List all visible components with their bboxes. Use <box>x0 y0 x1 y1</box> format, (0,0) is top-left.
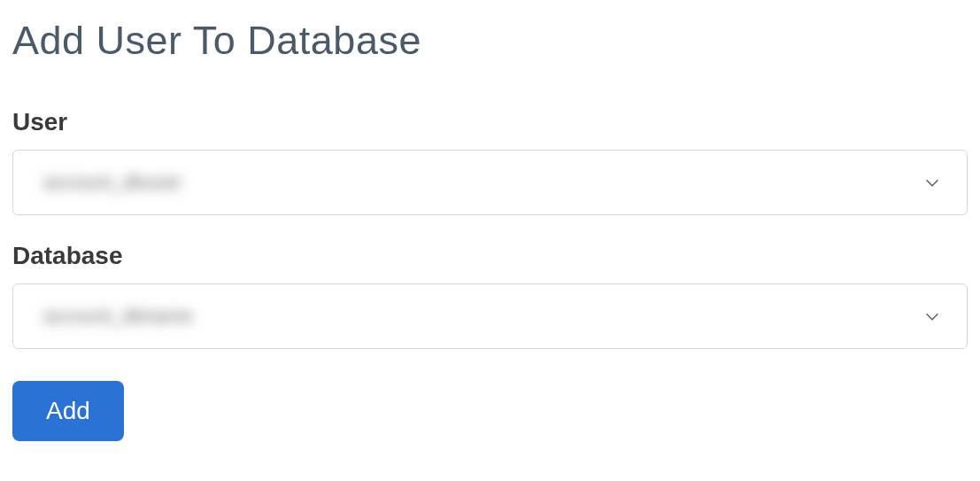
user-field-group: User account_dbuser <box>12 108 968 215</box>
chevron-down-icon <box>922 306 942 326</box>
database-label: Database <box>12 242 968 270</box>
user-select[interactable]: account_dbuser <box>12 150 968 215</box>
user-label: User <box>12 108 968 136</box>
chevron-down-icon <box>922 173 942 192</box>
page-title: Add User To Database <box>12 18 968 64</box>
database-select[interactable]: account_dbname <box>12 283 968 349</box>
user-select-value: account_dbuser <box>43 171 182 194</box>
add-button[interactable]: Add <box>12 381 124 441</box>
database-field-group: Database account_dbname <box>12 242 968 349</box>
database-select-value: account_dbname <box>43 305 193 328</box>
